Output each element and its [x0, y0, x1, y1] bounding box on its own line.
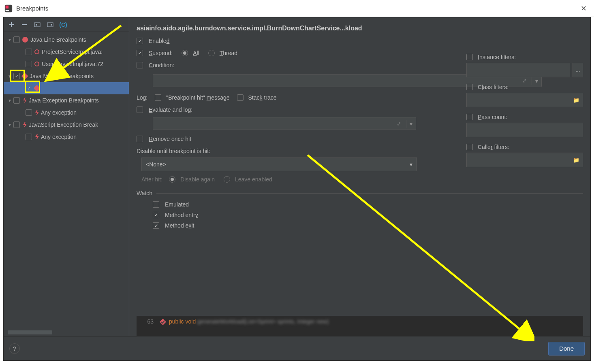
chevron-down-icon[interactable]: ▾	[406, 120, 412, 128]
group-checkbox[interactable]	[13, 36, 20, 43]
chevron-down-icon[interactable]: ▼	[8, 38, 12, 42]
tree-group-exception[interactable]: ▼ ϟ Java Exception Breakpoints	[4, 94, 129, 106]
log-label: Log:	[137, 94, 147, 101]
class-filter: Class filters: 📁	[466, 84, 583, 107]
add-icon[interactable]	[8, 21, 15, 28]
tree-item-selected[interactable]	[4, 82, 129, 94]
item-label: Any exception	[41, 134, 77, 140]
pass-label: Pass count:	[478, 114, 507, 120]
pass-input[interactable]	[466, 123, 583, 137]
pass-checkbox[interactable]	[466, 114, 473, 120]
exit-checkbox[interactable]	[153, 222, 159, 229]
enabled-checkbox[interactable]	[137, 38, 143, 44]
tree-toolbar: (C)	[4, 17, 129, 32]
tree-item[interactable]: ϟ Any exception	[4, 106, 129, 119]
folder-icon[interactable]: 📁	[573, 157, 579, 163]
filters-panel: Instance filters: … Class filters: 📁	[466, 54, 583, 174]
bphit-checkbox[interactable]	[155, 94, 161, 101]
radio-leave-enabled	[224, 176, 230, 183]
tree-group-line[interactable]: ▼ Java Line Breakpoints	[4, 34, 129, 46]
method-entry-option[interactable]: Method entry	[153, 212, 583, 218]
class-checkbox[interactable]	[466, 84, 473, 90]
chevron-down-icon[interactable]: ▼	[8, 74, 12, 79]
group-label: Java Exception Breakpoints	[29, 97, 99, 104]
remove-once-checkbox[interactable]	[137, 136, 143, 142]
evaluate-input[interactable]: ⤢ ▾	[153, 117, 416, 130]
pass-count: Pass count:	[466, 114, 583, 137]
group-by-class-icon[interactable]: (C)	[60, 21, 67, 28]
tree-group-method[interactable]: ▼ Java Method Breakpoints	[4, 70, 129, 82]
exception-breakpoint-icon: ϟ	[22, 97, 26, 104]
group-checkbox[interactable]	[13, 121, 20, 128]
svg-rect-2	[6, 10, 9, 11]
group-checkbox[interactable]	[13, 97, 20, 104]
chevron-down-icon[interactable]: ▼	[8, 123, 12, 127]
expand-icon[interactable]: ⤢	[397, 121, 401, 127]
suspend-checkbox[interactable]	[137, 50, 143, 56]
caller-filter: Caller filters: 📁	[466, 144, 583, 167]
disabled-breakpoint-icon	[34, 49, 39, 54]
radio-thread[interactable]	[208, 50, 215, 56]
svg-rect-4	[36, 24, 37, 26]
group-by-file-icon[interactable]	[47, 21, 54, 28]
item-checkbox[interactable]	[26, 49, 32, 55]
remove-icon[interactable]	[21, 21, 28, 28]
group-by-package-icon[interactable]	[34, 21, 41, 28]
radio-disable-again	[169, 176, 175, 183]
log-stacktrace[interactable]: Stack trace	[237, 94, 277, 101]
evaluate-checkbox[interactable]	[137, 106, 143, 113]
divider	[156, 193, 583, 194]
caller-checkbox[interactable]	[466, 144, 473, 150]
instance-checkbox[interactable]	[466, 54, 473, 60]
radio-all-label: All	[193, 50, 199, 56]
log-bphit[interactable]: "Breakpoint hit" message	[155, 94, 229, 101]
tree-item[interactable]: ϟ Any exception	[4, 131, 129, 143]
radio-all[interactable]	[182, 50, 188, 56]
group-checkbox[interactable]	[13, 73, 20, 79]
group-label: JavaScript Exception Break	[29, 121, 98, 128]
item-checkbox[interactable]	[26, 85, 32, 92]
condition-checkbox[interactable]	[137, 62, 143, 68]
item-checkbox[interactable]	[26, 109, 32, 116]
stacktrace-checkbox[interactable]	[237, 94, 244, 101]
gutter-breakpoint-icon	[157, 318, 169, 326]
entry-checkbox[interactable]	[153, 212, 159, 218]
tree-item[interactable]: ProjectServiceImpl.java:	[4, 46, 129, 58]
breakpoint-tree[interactable]: ▼ Java Line Breakpoints ProjectServiceIm…	[4, 32, 129, 329]
select-value: <None>	[146, 161, 166, 168]
exit-label: Method exit	[165, 222, 194, 229]
item-checkbox[interactable]	[26, 134, 32, 140]
chevron-down-icon[interactable]: ▼	[8, 98, 12, 103]
enabled-option[interactable]: EnabledEnabled	[137, 38, 583, 44]
item-label: ProjectServiceImpl.java:	[42, 49, 103, 55]
class-label: Class filters:	[478, 84, 509, 90]
method-exit-option[interactable]: Method exit	[153, 222, 583, 229]
browse-button[interactable]: …	[573, 63, 583, 77]
tree-item[interactable]: UserServiceImpl.java:72	[4, 58, 129, 70]
stacktrace-label: Stack trace	[248, 94, 277, 101]
method-breakpoint-icon	[34, 85, 41, 92]
disable-until-select[interactable]: <None> ▾	[141, 158, 417, 171]
emulated-option[interactable]: Emulated	[153, 201, 583, 208]
right-panel: asiainfo.aido.agile.burndown.service.imp…	[129, 17, 590, 336]
done-button[interactable]: Done	[548, 342, 585, 355]
folder-icon[interactable]: 📁	[573, 97, 579, 103]
group-label: Java Line Breakpoints	[30, 36, 86, 43]
item-label: UserServiceImpl.java:72	[42, 61, 103, 67]
close-icon[interactable]: ✕	[577, 2, 590, 15]
watch-title: Watch	[137, 190, 152, 196]
app-icon	[4, 4, 13, 13]
help-button[interactable]: ?	[9, 343, 20, 354]
method-breakpoint-icon	[21, 73, 28, 80]
instance-label: Instance filters:	[478, 54, 516, 60]
instance-input[interactable]	[466, 63, 570, 77]
left-panel: (C) ▼ Java Line Breakpoints ProjectServi…	[4, 17, 129, 336]
horizontal-scrollbar[interactable]	[8, 330, 52, 334]
item-checkbox[interactable]	[26, 61, 32, 67]
tree-group-js-exception[interactable]: ▼ ϟ JavaScript Exception Break	[4, 119, 129, 131]
class-input[interactable]: 📁	[466, 93, 583, 107]
emulated-checkbox[interactable]	[153, 201, 159, 208]
radio-disable-again-label: Disable again	[180, 176, 215, 183]
caller-input[interactable]: 📁	[466, 153, 583, 167]
code-preview: 63 public void generateWorkload(List<Spr…	[137, 316, 583, 336]
